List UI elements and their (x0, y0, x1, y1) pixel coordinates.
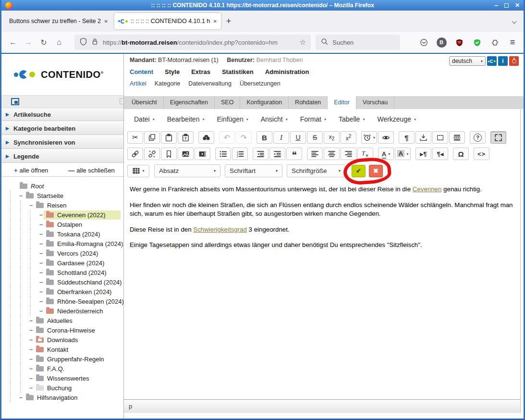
back-button[interactable]: ← (5, 35, 21, 50)
tab--bersicht[interactable]: Übersicht (125, 96, 164, 109)
tree-collapse-toggle[interactable]: – (38, 212, 44, 218)
tree-item[interactable]: –Cevennen (2022) (8, 210, 123, 220)
menu-tabelle[interactable]: Tabelle▾ (332, 112, 371, 126)
align-center-button[interactable] (324, 148, 340, 160)
blockquote-button[interactable]: ❝ (286, 148, 302, 160)
redo-button[interactable]: ↷ (236, 131, 252, 144)
tree-collapse-toggle[interactable]: – (28, 318, 34, 323)
lock-icon[interactable] (91, 37, 99, 47)
tree-collapse-toggle[interactable]: – (28, 346, 34, 352)
subnav-item--bersetzungen[interactable]: Übersetzungen (240, 80, 281, 87)
minimize-button[interactable]: – (494, 3, 498, 8)
undo-button[interactable]: ↶ (219, 131, 235, 144)
nav-item-administration[interactable]: Administration (265, 68, 309, 75)
tree-item[interactable]: –Vercors (2024) (8, 248, 123, 258)
image-button[interactable] (178, 148, 194, 160)
preview-button[interactable] (378, 131, 394, 144)
forward-button[interactable]: → (21, 35, 36, 50)
tab-editor[interactable]: Editor (328, 96, 356, 109)
tree-item[interactable]: –Kontakt (8, 345, 123, 354)
subnav-item-kategorie[interactable]: Kategorie (155, 80, 181, 87)
extensions-puzzle-icon[interactable] (488, 35, 502, 49)
tree-collapse-toggle[interactable]: – (38, 222, 44, 227)
tree-item[interactable]: –Wissenswertes (8, 373, 123, 383)
ltr-button[interactable]: ▸¶ (415, 148, 431, 160)
nav-item-content[interactable]: Content (130, 68, 153, 75)
contenido-info-button[interactable] (487, 56, 497, 66)
source-code-button[interactable]: <> (474, 148, 489, 160)
close-all-link[interactable]: —alle schließen (68, 167, 115, 174)
visual-chars-button[interactable] (432, 131, 448, 144)
tree-item[interactable]: –Emilia-Romagna (2024) (8, 239, 123, 248)
bullet-list-button[interactable] (215, 148, 231, 160)
back-color-button[interactable]: A▾ (395, 148, 411, 160)
account-avatar[interactable]: B (434, 35, 449, 49)
search-input[interactable]: Suchen (316, 35, 400, 50)
template-button[interactable] (415, 131, 431, 144)
show-blocks-button[interactable]: ¶ (399, 131, 415, 144)
subnav-item-dateiverwaltung[interactable]: Dateiverwaltung (188, 80, 232, 87)
tree-collapse-toggle[interactable]: – (18, 193, 24, 198)
link-button[interactable] (127, 148, 143, 160)
sidebar-accordion-kategorie-bearbeiten[interactable]: ▶Kategorie bearbeiten (1, 122, 123, 135)
table-button[interactable]: ▾ (127, 165, 149, 177)
tree-item[interactable]: –Süddeutschland (2024) (8, 277, 123, 287)
tree-collapse-toggle[interactable]: – (38, 260, 44, 266)
subscript-button[interactable]: x2 (324, 131, 340, 144)
tree-item[interactable]: –Rhône-Seealpen (2024) (8, 296, 123, 306)
language-select[interactable]: deutsch▾ (449, 56, 486, 66)
logout-button[interactable] (509, 56, 519, 66)
media-button[interactable] (195, 148, 210, 160)
tree-item[interactable]: Root (8, 181, 123, 191)
italic-button[interactable]: I (273, 131, 289, 144)
tree-collapse-toggle[interactable]: – (28, 385, 34, 391)
save-button[interactable]: ✔ (352, 165, 366, 177)
close-button[interactable]: ✕ (515, 2, 520, 9)
splitter-grip[interactable] (120, 98, 124, 104)
clear-format-button[interactable]: T✕ (357, 148, 373, 160)
nav-item-statistiken[interactable]: Statistiken (222, 68, 254, 75)
anchor-button[interactable] (161, 148, 177, 160)
new-tab-button[interactable]: + (221, 14, 236, 28)
menu-werkzeuge[interactable]: Werkzeuge▾ (371, 112, 422, 126)
paste-text-button[interactable]: T (178, 131, 194, 144)
menu-einf-gen[interactable]: Einfügen▾ (210, 112, 254, 126)
nav-item-extras[interactable]: Extras (191, 68, 210, 75)
underline-button[interactable]: U (290, 131, 306, 144)
text-color-button[interactable]: A▾ (378, 148, 394, 160)
tree-item[interactable]: –Ostalpen (8, 220, 123, 229)
tree-collapse-toggle[interactable]: – (38, 308, 44, 314)
tree-item[interactable]: –Gardasee (2024) (8, 258, 123, 268)
tree-item[interactable]: –Toskana (2024) (8, 229, 123, 239)
reload-button[interactable]: ↻ (36, 35, 51, 50)
tree-collapse-toggle[interactable]: – (38, 270, 44, 275)
frame-icon[interactable] (11, 98, 19, 105)
tree-collapse-toggle[interactable]: – (28, 366, 34, 371)
tree-item[interactable]: –Downloads (8, 335, 123, 345)
cancel-button[interactable]: ✖ (369, 165, 383, 177)
tree-collapse-toggle[interactable]: – (38, 250, 44, 256)
list-all-tabs-button[interactable] (513, 16, 516, 25)
content-link[interactable]: Cevennen (413, 185, 442, 193)
align-left-button[interactable] (307, 148, 323, 160)
tab-konfiguration[interactable]: Konfiguration (240, 96, 289, 109)
tree-collapse-toggle[interactable]: – (28, 356, 34, 362)
menu-button[interactable]: ≡ (505, 35, 520, 49)
tree-item[interactable]: –Corona-Hinweise (8, 325, 123, 335)
rtl-button[interactable]: ¶◂ (432, 148, 448, 160)
pocket-icon[interactable] (416, 35, 431, 49)
tree-collapse-toggle[interactable]: – (38, 241, 44, 247)
sidebar-accordion-synchronisieren-von[interactable]: ▶Synchronisieren von (1, 136, 123, 149)
tab-eigenschaften[interactable]: Eigenschaften (164, 96, 215, 109)
numbered-list-button[interactable]: 123 (232, 148, 248, 160)
tree-item[interactable]: –Hilfsnavigation (8, 393, 123, 402)
font-family-select[interactable]: Schriftart▾ (225, 164, 282, 177)
tree-collapse-toggle[interactable]: – (28, 375, 34, 381)
tree-collapse-toggle[interactable]: – (28, 327, 34, 333)
sidebar-accordion-legende[interactable]: ▶Legende (1, 150, 123, 163)
fullscreen-button[interactable] (490, 131, 506, 144)
special-char-button[interactable]: Ω (453, 148, 469, 160)
tree-item[interactable]: –Niederösterreich (8, 306, 123, 316)
paste-button[interactable] (161, 131, 177, 144)
unlink-button[interactable] (144, 148, 160, 160)
